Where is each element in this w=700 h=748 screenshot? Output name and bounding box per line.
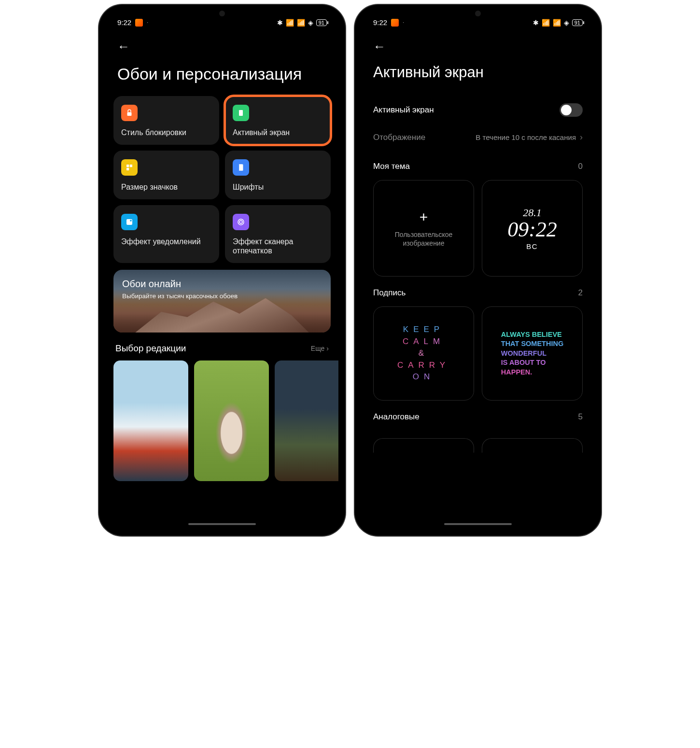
- tile-icon-size[interactable]: Размер значков: [113, 151, 219, 199]
- more-link[interactable]: Еще ›: [311, 345, 329, 352]
- my-theme-header: Моя тема 0: [362, 150, 594, 180]
- back-button[interactable]: ←: [117, 39, 130, 54]
- display-label: Отображение: [373, 133, 425, 142]
- active-screen-icon: [233, 105, 249, 121]
- svg-rect-0: [127, 112, 132, 116]
- signal-icon-2: 📶: [297, 19, 305, 27]
- status-more-icon: ·: [403, 20, 404, 25]
- add-custom-image-card[interactable]: + Пользовательское изображение: [373, 180, 474, 277]
- display-value: В течение 10 с после касания: [476, 133, 576, 141]
- tile-fonts[interactable]: Шрифты: [225, 151, 331, 199]
- status-app-icon: [135, 19, 143, 27]
- tile-label: Размер значков: [121, 182, 211, 192]
- my-theme-grid: + Пользовательское изображение 28.1 09:2…: [362, 180, 594, 277]
- wifi-icon: ◈: [564, 19, 569, 27]
- plus-icon: +: [420, 209, 428, 225]
- svg-point-6: [130, 220, 132, 222]
- camera-notch: [475, 11, 481, 16]
- icon-size-icon: [121, 159, 138, 176]
- battery-icon: 91: [316, 19, 327, 26]
- analog-count: 5: [578, 412, 583, 422]
- screen-right: 9:22 · ✱ 📶 📶 ◈ 91 ← Активный экран Актив…: [362, 12, 594, 529]
- signature-header: Подпись 2: [362, 277, 594, 306]
- signature-label: Подпись: [373, 288, 406, 298]
- page-title: Активный экран: [362, 59, 594, 96]
- tile-label: Эффект сканера отпечатков: [233, 237, 323, 255]
- analog-header: Аналоговые 5: [362, 401, 594, 430]
- active-screen-toggle-row: Активный экран: [362, 96, 594, 125]
- camera-notch: [219, 11, 225, 16]
- battery-icon: 91: [572, 19, 583, 26]
- tile-label: Активный экран: [233, 128, 323, 137]
- svg-rect-4: [126, 167, 129, 170]
- always-believe-text: ALWAYS BELIEVE THAT SOMETHING WONDERFUL …: [501, 330, 563, 377]
- tile-label: Эффект уведомлений: [121, 237, 211, 246]
- home-indicator[interactable]: [444, 523, 512, 525]
- page-title: Обои и персонализация: [106, 59, 338, 96]
- chevron-right-icon: ›: [326, 345, 329, 352]
- clock-time: 09:22: [507, 219, 557, 240]
- keep-calm-text: KEEP CALM & CARRY ON: [397, 324, 450, 383]
- status-time: 9:22: [373, 18, 387, 27]
- home-indicator[interactable]: [188, 523, 256, 525]
- status-time: 9:22: [117, 18, 131, 27]
- analog-card-2[interactable]: [482, 438, 583, 453]
- analog-card-1[interactable]: [373, 438, 474, 453]
- tile-label: Шрифты: [233, 182, 323, 192]
- signal-icon: 📶: [286, 19, 294, 27]
- signature-count: 2: [578, 288, 583, 298]
- wallpaper-thumb-3[interactable]: [275, 360, 338, 481]
- fingerprint-icon: [233, 214, 249, 230]
- signature-keep-calm[interactable]: KEEP CALM & CARRY ON: [373, 306, 474, 401]
- tile-active-screen[interactable]: Активный экран: [225, 96, 331, 145]
- notification-effect-icon: [121, 214, 138, 230]
- wallpaper-thumb-2[interactable]: [194, 360, 269, 481]
- custom-image-label: Пользовательское изображение: [378, 230, 469, 248]
- clock-date: 28.1: [523, 207, 542, 219]
- editors-pick-header: Выбор редакции Еще ›: [106, 332, 338, 360]
- active-screen-toggle[interactable]: [560, 103, 583, 117]
- phone-left: 9:22 · ✱ 📶 📶 ◈ 91 ← Обои и персонализаци…: [99, 5, 345, 536]
- clock-theme-card[interactable]: 28.1 09:22 ВС: [482, 180, 583, 277]
- bluetooth-icon: ✱: [533, 19, 539, 27]
- fonts-icon: [233, 159, 249, 176]
- svg-rect-2: [126, 165, 129, 167]
- more-label: Еще: [311, 345, 325, 352]
- banner-title: Обои онлайн: [122, 278, 322, 290]
- svg-point-7: [238, 219, 244, 225]
- analog-label: Аналоговые: [373, 412, 420, 422]
- signature-grid: KEEP CALM & CARRY ON ALWAYS BELIEVE THAT…: [362, 306, 594, 401]
- editors-pick-title: Выбор редакции: [115, 343, 186, 354]
- clock-day: ВС: [526, 242, 538, 250]
- phone-right: 9:22 · ✱ 📶 📶 ◈ 91 ← Активный экран Актив…: [355, 5, 601, 536]
- wallpaper-online-banner[interactable]: Обои онлайн Выбирайте из тысяч красочных…: [113, 270, 331, 332]
- signature-always-believe[interactable]: ALWAYS BELIEVE THAT SOMETHING WONDERFUL …: [482, 306, 583, 401]
- svg-point-8: [239, 221, 242, 223]
- analog-grid-peek[interactable]: [373, 438, 583, 453]
- back-button[interactable]: ←: [373, 39, 386, 54]
- screen-left: 9:22 · ✱ 📶 📶 ◈ 91 ← Обои и персонализаци…: [106, 12, 338, 529]
- settings-grid: Стиль блокировки Активный экран Размер з…: [106, 96, 338, 263]
- tile-notification-effect[interactable]: Эффект уведомлений: [113, 205, 219, 263]
- my-theme-count: 0: [578, 162, 583, 171]
- signal-icon: 📶: [542, 19, 550, 27]
- wallpaper-thumb-1[interactable]: [113, 360, 188, 481]
- tile-label: Стиль блокировки: [121, 128, 211, 137]
- my-theme-label: Моя тема: [373, 162, 410, 171]
- chevron-right-icon: ›: [580, 132, 583, 142]
- toggle-label: Активный экран: [373, 105, 434, 115]
- tile-fingerprint-effect[interactable]: Эффект сканера отпечатков: [225, 205, 331, 263]
- signal-icon-2: 📶: [553, 19, 561, 27]
- bluetooth-icon: ✱: [277, 19, 283, 27]
- banner-subtitle: Выбирайте из тысяч красочных обоев: [122, 292, 322, 300]
- wifi-icon: ◈: [308, 19, 313, 27]
- tile-lock-style[interactable]: Стиль блокировки: [113, 96, 219, 145]
- editors-pick-thumbs[interactable]: [106, 360, 338, 481]
- svg-rect-3: [130, 165, 132, 167]
- toggle-knob: [561, 105, 572, 115]
- svg-rect-1: [239, 110, 243, 116]
- status-more-icon: ·: [147, 20, 148, 25]
- status-app-icon: [391, 19, 399, 27]
- lock-style-icon: [121, 105, 138, 121]
- display-setting-row[interactable]: Отображение В течение 10 с после касания…: [362, 125, 594, 150]
